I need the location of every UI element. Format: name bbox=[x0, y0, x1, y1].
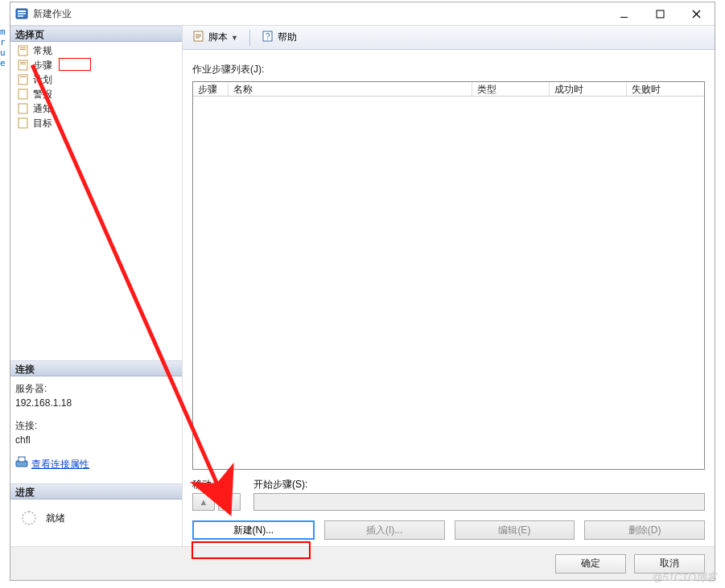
insert-step-button: 插入(I)... bbox=[324, 520, 445, 540]
conn-label: 连接: bbox=[15, 418, 177, 433]
server-label: 服务器: bbox=[15, 381, 177, 396]
separator bbox=[249, 30, 250, 46]
new-step-button[interactable]: 新建(N)... bbox=[192, 520, 315, 540]
view-connection-link[interactable]: 查看连接属性 bbox=[31, 457, 89, 471]
svg-rect-7 bbox=[20, 47, 26, 48]
connection-panel: 服务器: 192.168.1.18 连接: chfl 查看连接属性 bbox=[10, 376, 182, 472]
page-icon bbox=[17, 102, 30, 115]
connection-header: 连接 bbox=[10, 360, 182, 376]
maximize-button[interactable] bbox=[642, 2, 678, 25]
col-step[interactable]: 步骤 bbox=[193, 82, 229, 96]
svg-rect-16 bbox=[19, 118, 27, 128]
svg-rect-11 bbox=[20, 64, 26, 64]
pages-header: 选择页 bbox=[10, 26, 182, 42]
move-steps-label: 移动步骤: bbox=[192, 478, 241, 491]
steps-list-label: 作业步骤列表(J): bbox=[192, 63, 705, 76]
help-icon: ? bbox=[262, 30, 274, 45]
page-icon bbox=[17, 117, 30, 130]
svg-rect-4 bbox=[620, 17, 628, 18]
dialog-footer: 确定 取消 bbox=[10, 546, 715, 580]
svg-rect-15 bbox=[19, 104, 27, 113]
svg-rect-13 bbox=[20, 76, 26, 77]
edit-step-button: 编辑(E) bbox=[455, 520, 575, 540]
help-button[interactable]: ? 帮助 bbox=[257, 28, 302, 47]
page-icon bbox=[17, 73, 30, 86]
svg-text:?: ? bbox=[266, 32, 270, 41]
progress-header: 进度 bbox=[10, 483, 182, 500]
col-type[interactable]: 类型 bbox=[472, 82, 550, 96]
page-icon bbox=[17, 88, 30, 101]
steps-table[interactable]: 步骤 名称 类型 成功时 失败时 bbox=[192, 81, 705, 470]
nav-targets[interactable]: 目标 bbox=[14, 116, 182, 130]
table-body bbox=[193, 97, 704, 469]
script-icon bbox=[192, 30, 205, 45]
svg-rect-10 bbox=[20, 62, 26, 63]
svg-rect-18 bbox=[19, 457, 25, 462]
svg-rect-2 bbox=[18, 13, 26, 14]
delete-step-button: 删除(D) bbox=[584, 520, 705, 540]
svg-rect-8 bbox=[20, 49, 26, 50]
table-header: 步骤 名称 类型 成功时 失败时 bbox=[193, 82, 704, 97]
nav-steps[interactable]: 步骤 bbox=[14, 58, 182, 72]
svg-rect-9 bbox=[19, 60, 27, 70]
svg-rect-12 bbox=[19, 75, 27, 84]
edge-letters: m r u e bbox=[0, 27, 6, 68]
cancel-button[interactable]: 取消 bbox=[634, 554, 705, 574]
svg-rect-6 bbox=[19, 46, 27, 56]
minimize-button[interactable] bbox=[606, 2, 642, 25]
right-panel: 脚本 ▼ ? 帮助 作业步骤列表(J): 步骤 名称 类型 成功时 bbox=[183, 26, 715, 546]
conn-value: chfl bbox=[15, 433, 177, 447]
spinner-icon bbox=[22, 511, 36, 525]
progress-panel: 就绪 bbox=[10, 500, 182, 525]
nav-schedules[interactable]: 计划 bbox=[14, 72, 182, 87]
start-step-label: 开始步骤(S): bbox=[253, 478, 705, 491]
svg-rect-5 bbox=[657, 10, 664, 18]
ok-button[interactable]: 确定 bbox=[555, 554, 626, 574]
col-onfailure[interactable]: 失败时 bbox=[627, 82, 704, 96]
nav-notifications[interactable]: 通知 bbox=[14, 101, 182, 116]
progress-status: 就绪 bbox=[46, 512, 65, 525]
arrow-down-icon: ▼ bbox=[225, 497, 234, 507]
move-down-button[interactable]: ▼ bbox=[218, 493, 241, 511]
app-icon bbox=[15, 7, 28, 20]
page-icon bbox=[17, 44, 30, 57]
dialog-window: 新建作业 选择页 常规 步骤 bbox=[10, 2, 715, 581]
svg-rect-1 bbox=[18, 10, 26, 12]
move-up-button[interactable]: ▲ bbox=[192, 493, 215, 511]
svg-rect-14 bbox=[19, 89, 27, 99]
page-nav: 常规 步骤 计划 警报 通知 bbox=[10, 42, 182, 130]
page-icon bbox=[17, 59, 30, 72]
highlight-box bbox=[59, 58, 91, 71]
server-value: 192.168.1.18 bbox=[15, 396, 177, 410]
arrow-up-icon: ▲ bbox=[200, 497, 208, 507]
connection-icon bbox=[15, 455, 28, 472]
col-name[interactable]: 名称 bbox=[229, 82, 472, 96]
toolbar: 脚本 ▼ ? 帮助 bbox=[183, 26, 715, 50]
nav-general[interactable]: 常规 bbox=[14, 43, 182, 58]
col-onsuccess[interactable]: 成功时 bbox=[550, 82, 627, 96]
svg-rect-3 bbox=[18, 15, 23, 17]
start-step-select[interactable] bbox=[253, 493, 705, 511]
nav-alerts[interactable]: 警报 bbox=[14, 87, 182, 101]
left-panel: 选择页 常规 步骤 计划 警报 bbox=[10, 26, 183, 546]
window-title: 新建作业 bbox=[33, 7, 72, 21]
close-button[interactable] bbox=[678, 2, 715, 25]
titlebar[interactable]: 新建作业 bbox=[10, 2, 715, 26]
script-button[interactable]: 脚本 ▼ bbox=[187, 28, 243, 47]
chevron-down-icon: ▼ bbox=[231, 34, 238, 42]
